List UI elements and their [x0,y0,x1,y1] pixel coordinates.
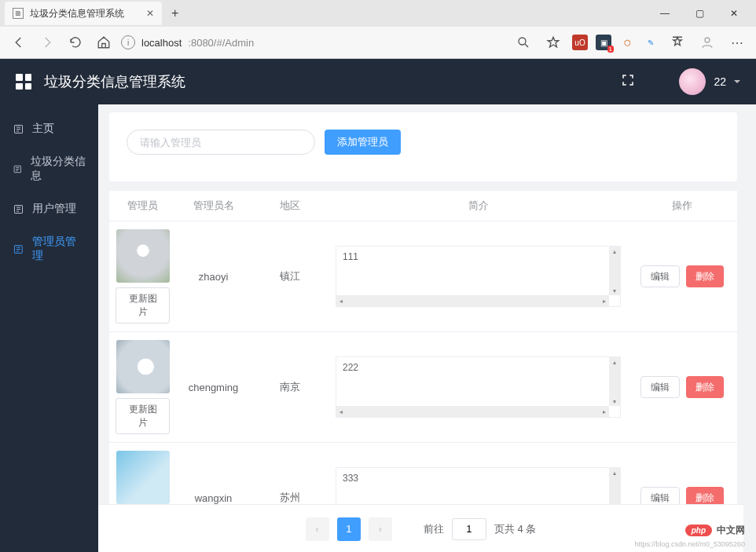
desc-textarea[interactable]: 111▴▾◂▸ [336,246,621,307]
site-info-icon[interactable]: i [121,35,135,49]
sidebar-item-2[interactable]: 用户管理 [0,192,98,225]
scroll-left-icon[interactable]: ◂ [336,406,346,417]
table-row: 更新图片chengming南京222▴▾◂▸编辑删除 [109,332,737,443]
nav-forward-button[interactable] [36,31,58,53]
fullscreen-icon[interactable] [621,73,635,90]
maximize-button[interactable]: ▢ [684,4,715,23]
close-tab-icon[interactable]: ✕ [146,8,154,19]
nav-back-button[interactable] [8,31,30,53]
page-number-current[interactable]: 1 [337,517,361,541]
cell-desc: 111▴▾◂▸ [329,221,627,331]
new-tab-button[interactable]: + [165,6,185,20]
minimize-button[interactable]: — [649,4,681,23]
goto-page-input[interactable] [452,518,486,540]
sidebar-item-label: 垃圾分类信息 [31,155,86,183]
watermark-faint: https://blog.csdn.net/m0_53095260 [634,540,745,548]
sidebar: 主页垃圾分类信息用户管理管理员管理 [0,104,98,552]
sidebar-item-3[interactable]: 管理员管理 [0,225,98,272]
page-prev-button[interactable]: ‹ [306,517,329,541]
more-menu-icon[interactable]: ⋯ [726,31,748,53]
url-path: :8080/#/Admin [188,37,254,49]
app-header: 垃圾分类信息管理系统 22 [0,59,756,104]
admin-table: 管理员 管理员名 地区 简介 操作 更新图片zhaoyi镇江111▴▾◂▸编辑删… [109,191,737,552]
edit-button[interactable]: 编辑 [640,265,680,287]
cell-name: zhaoyi [176,221,251,331]
favorite-icon[interactable] [542,31,564,53]
chevron-down-icon [734,80,740,83]
col-name: 管理员名 [176,191,251,221]
delete-button[interactable]: 删除 [686,265,724,287]
content-scroll[interactable]: 添加管理员 管理员 管理员名 地区 简介 操作 更新图片zhaoyi镇江111▴… [98,104,756,552]
main-content: 添加管理员 管理员 管理员名 地区 简介 操作 更新图片zhaoyi镇江111▴… [98,104,756,552]
adblock-ext-icon[interactable]: uO [572,35,588,50]
goto-label: 前往 [424,522,444,536]
cell-region: 南京 [251,332,329,442]
total-text: 页共 4 条 [494,522,536,536]
sidebar-item-label: 用户管理 [32,202,76,216]
admin-thumbnail [116,340,170,393]
col-region: 地区 [251,191,329,221]
page-favicon-icon: 🗎 [13,8,24,19]
favorites-list-icon[interactable] [666,31,688,53]
toolbar-extensions: uO ▣1 ⬡ ✎ ⋯ [512,31,748,53]
toolbar-panel: 添加管理员 [109,112,737,181]
update-image-button[interactable]: 更新图片 [116,398,170,434]
scroll-up-icon[interactable]: ▴ [609,468,620,477]
app-menu-icon[interactable] [16,74,31,90]
col-desc: 简介 [329,191,627,221]
avatar [679,68,706,95]
desc-textarea[interactable]: 222▴▾◂▸ [336,356,621,418]
address-bar: i localhost:8080/#/Admin uO ▣1 ⬡ ✎ ⋯ [0,27,756,58]
col-action: 操作 [627,191,737,221]
add-admin-button[interactable]: 添加管理员 [325,130,401,155]
scroll-up-icon[interactable]: ▴ [609,247,620,256]
scroll-right-icon[interactable]: ▸ [600,406,609,417]
cell-image: 更新图片 [109,221,176,331]
app-title: 垃圾分类信息管理系统 [44,72,185,91]
admin-thumbnail [116,229,170,283]
cell-image: 更新图片 [109,332,176,442]
home-button[interactable] [93,31,115,53]
scroll-right-icon[interactable]: ▸ [600,295,609,306]
workspace: 主页垃圾分类信息用户管理管理员管理 添加管理员 管理员 管理员名 地区 简介 操… [0,104,756,552]
screenshot-ext-icon[interactable]: ⬡ [619,35,635,50]
close-window-button[interactable]: ✕ [718,4,750,23]
col-image: 管理员 [109,191,176,221]
sidebar-item-1[interactable]: 垃圾分类信息 [0,145,98,192]
scroll-up-icon[interactable]: ▴ [609,357,620,367]
user-menu[interactable]: 22 [679,68,740,95]
cell-action: 编辑删除 [627,332,737,442]
admin-thumbnail [116,451,170,504]
search-icon[interactable] [512,31,534,53]
profile-icon[interactable] [696,31,718,53]
cell-region: 镇江 [251,221,329,331]
translate-ext-icon[interactable]: ✎ [643,35,659,50]
svg-point-1 [705,38,710,42]
cell-desc: 222▴▾◂▸ [329,332,627,442]
scroll-down-icon[interactable]: ▾ [609,397,620,406]
edit-button[interactable]: 编辑 [640,376,680,398]
delete-button[interactable]: 删除 [686,376,724,398]
cell-action: 编辑删除 [627,221,737,331]
table-row: 更新图片zhaoyi镇江111▴▾◂▸编辑删除 [109,221,737,332]
url-field[interactable]: i localhost:8080/#/Admin [121,35,506,49]
browser-tab[interactable]: 🗎 垃圾分类信息管理系统 ✕ [5,2,162,25]
page-next-button[interactable]: › [369,517,392,541]
sidebar-item-label: 主页 [32,122,54,136]
window-controls: — ▢ ✕ [649,4,756,23]
sidebar-item-0[interactable]: 主页 [0,112,98,145]
table-header: 管理员 管理员名 地区 简介 操作 [109,191,737,221]
scroll-down-icon[interactable]: ▾ [609,286,620,295]
svg-point-0 [519,38,526,45]
update-image-button[interactable]: 更新图片 [116,287,170,324]
tab-bar: 🗎 垃圾分类信息管理系统 ✕ + — ▢ ✕ [0,0,756,27]
devtools-ext-icon[interactable]: ▣1 [596,35,611,50]
user-name: 22 [714,75,726,88]
tab-title: 垃圾分类信息管理系统 [30,7,124,20]
search-input[interactable] [127,130,315,155]
scroll-left-icon[interactable]: ◂ [336,295,346,306]
cell-name: chengming [176,332,251,442]
refresh-button[interactable] [64,31,86,53]
url-host: localhost [141,37,182,49]
browser-chrome: 🗎 垃圾分类信息管理系统 ✕ + — ▢ ✕ i localhost:8080/… [0,0,756,59]
